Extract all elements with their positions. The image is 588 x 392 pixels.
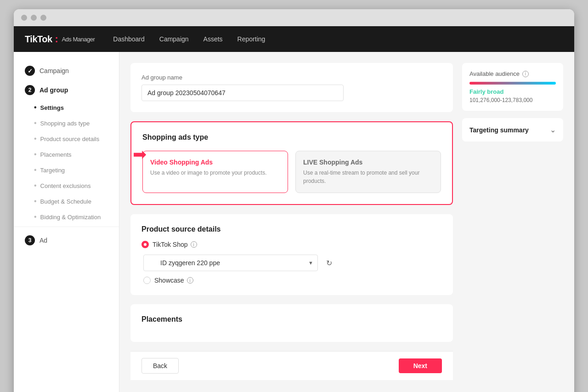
store-dropdown-row: 🏪 ID zyqgeren 220 ppe ▼ ↻ <box>141 255 442 271</box>
sidebar-sub-placements[interactable]: Placements ➡ <box>14 147 119 162</box>
tiktok-shop-radio[interactable]: TikTok Shop i <box>141 241 442 248</box>
ad-group-name-input[interactable] <box>141 85 344 101</box>
showcase-checkbox-row[interactable]: Showcase i <box>141 277 442 284</box>
targeting-summary-card[interactable]: Targeting summary ⌄ <box>462 118 563 142</box>
nav-assets[interactable]: Assets <box>204 34 223 45</box>
sidebar-sub-content-exclusions[interactable]: Content exclusions <box>14 178 119 193</box>
logo-text: TikTok <box>25 34 52 45</box>
sidebar-step1-campaign[interactable]: ✓ Campaign <box>14 61 119 80</box>
content-area: Ad group name Shopping ads type Video Sh… <box>119 52 574 392</box>
audience-range-value: 101,276,000-123,783,000 <box>469 97 556 103</box>
sidebar-sub-product-source[interactable]: Product source details <box>14 131 119 147</box>
navbar: TikTok: Ads Manager Dashboard Campaign A… <box>14 26 574 52</box>
traffic-light-close[interactable] <box>21 15 27 21</box>
video-ads-desc: Use a video or image to promote your pro… <box>150 169 280 177</box>
title-bar <box>14 9 574 26</box>
bottom-bar: Back Next <box>130 351 453 380</box>
shopping-ads-type-card: Shopping ads type Video Shopping Ads Use… <box>130 121 453 205</box>
nav-reporting[interactable]: Reporting <box>237 34 266 45</box>
nav-campaign[interactable]: Campaign <box>159 34 189 45</box>
right-panel: Available audience i Fairly broad 101,27… <box>462 63 563 391</box>
audience-info-icon[interactable]: i <box>522 71 529 77</box>
product-source-title: Product source details <box>141 225 442 233</box>
placements-section: Placements <box>130 304 453 342</box>
traffic-light-minimize[interactable] <box>31 15 37 21</box>
video-ads-title: Video Shopping Ads <box>150 159 280 166</box>
ads-type-grid: Video Shopping Ads Use a video or image … <box>142 151 441 193</box>
placements-title: Placements <box>141 315 442 324</box>
ad-group-name-label: Ad group name <box>141 74 442 81</box>
live-shopping-ads-option[interactable]: LIVE Shopping Ads Use a real-time stream… <box>295 151 441 193</box>
showcase-checkbox[interactable] <box>143 277 151 284</box>
sidebar-adgroup-label: Ad group <box>40 86 68 94</box>
sidebar-sub-settings[interactable]: Settings <box>14 100 119 115</box>
back-button[interactable]: Back <box>141 358 179 374</box>
sub-bidding-label: Bidding & Optimization <box>40 214 101 221</box>
live-ads-desc: Use a real-time stream to promote and se… <box>303 169 433 185</box>
nav-links: Dashboard Campaign Assets Reporting <box>113 34 265 45</box>
logo-subtitle: Ads Manager <box>62 36 95 43</box>
shopping-ads-title: Shopping ads type <box>142 133 441 142</box>
step1-circle: ✓ <box>25 66 35 76</box>
sidebar-sub-shopping-ads-type[interactable]: Shopping ads type <box>14 115 119 131</box>
sidebar-campaign-label: Campaign <box>40 67 69 74</box>
sidebar-sub-targeting[interactable]: Targeting <box>14 162 119 178</box>
logo-colon: : <box>55 33 58 45</box>
store-dropdown[interactable]: ID zyqgeren 220 ppe <box>143 255 318 271</box>
traffic-light-maximize[interactable] <box>40 15 46 21</box>
sub-targeting-label: Targeting <box>40 167 65 174</box>
audience-bar <box>469 82 556 85</box>
product-source-section: Product source details TikTok Shop i 🏪 I… <box>130 214 453 295</box>
targeting-summary-title: Targeting summary <box>469 126 529 134</box>
sub-placements-label: Placements <box>40 151 72 158</box>
nav-dashboard[interactable]: Dashboard <box>113 34 145 45</box>
audience-range-label: Fairly broad <box>469 88 556 95</box>
sidebar: ✓ Campaign 2 Ad group Settings Shopping … <box>14 52 119 392</box>
sidebar-step2-adgroup[interactable]: 2 Ad group <box>14 80 119 100</box>
red-arrow-indicator: ➡ <box>133 145 147 164</box>
sub-content-label: Content exclusions <box>40 182 91 189</box>
store-dropdown-wrapper: 🏪 ID zyqgeren 220 ppe ▼ <box>143 255 318 271</box>
showcase-label: Showcase i <box>154 277 193 284</box>
refresh-button[interactable]: ↻ <box>322 256 335 269</box>
sub-budget-label: Budget & Schedule <box>40 198 91 205</box>
showcase-info-icon[interactable]: i <box>187 277 193 284</box>
app-window: TikTok: Ads Manager Dashboard Campaign A… <box>14 9 574 392</box>
dropdown-chevron-icon: ▼ <box>308 260 313 266</box>
tiktok-shop-radio-circle <box>141 241 149 248</box>
live-ads-title: LIVE Shopping Ads <box>303 159 433 166</box>
sidebar-divider <box>14 227 119 227</box>
step3-circle: 3 <box>25 235 35 245</box>
ad-group-name-section: Ad group name <box>130 63 453 112</box>
sidebar-ad-label: Ad <box>40 237 47 244</box>
sidebar-sub-bidding-optimization[interactable]: Bidding & Optimization <box>14 209 119 225</box>
targeting-chevron-down-icon: ⌄ <box>550 125 556 134</box>
sub-settings-label: Settings <box>40 104 64 111</box>
sub-shopping-label: Shopping ads type <box>40 120 90 127</box>
tiktok-shop-info-icon[interactable]: i <box>191 241 197 248</box>
video-shopping-ads-option[interactable]: Video Shopping Ads Use a video or image … <box>142 151 288 193</box>
main-content: Ad group name Shopping ads type Video Sh… <box>130 63 453 391</box>
step2-circle: 2 <box>25 85 35 95</box>
sidebar-sub-budget-schedule[interactable]: Budget & Schedule <box>14 193 119 209</box>
check-icon: ✓ <box>28 68 33 74</box>
sidebar-sub-items: Settings Shopping ads type Product sourc… <box>14 100 119 225</box>
tiktok-shop-label: TikTok Shop i <box>153 241 197 248</box>
audience-title: Available audience i <box>469 70 556 77</box>
sidebar-step3-ad[interactable]: 3 Ad <box>14 231 119 250</box>
logo: TikTok: Ads Manager <box>25 33 95 45</box>
main-layout: ✓ Campaign 2 Ad group Settings Shopping … <box>14 52 574 392</box>
next-button[interactable]: Next <box>399 358 442 373</box>
available-audience-card: Available audience i Fairly broad 101,27… <box>462 63 563 111</box>
sub-product-label: Product source details <box>40 136 100 142</box>
